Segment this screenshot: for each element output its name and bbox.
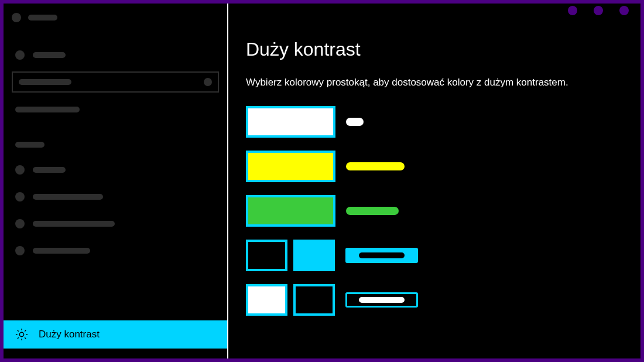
swatch-label [346, 162, 405, 170]
color-swatch-fg[interactable] [246, 284, 287, 316]
main-content: Duży kontrast Wybierz kolorowy prostokąt… [228, 4, 640, 358]
sidebar-item-label: Duży kontrast [39, 329, 100, 340]
sidebar-search-input[interactable] [12, 71, 219, 93]
sidebar-item-icon [15, 219, 25, 228]
window-control-icon[interactable] [568, 6, 577, 15]
color-swatch[interactable] [246, 195, 335, 227]
sidebar-item-label [33, 221, 115, 227]
swatch-preview-button [345, 248, 418, 263]
sidebar-header-label [28, 15, 57, 21]
page-subtitle: Wybierz kolorowy prostokąt, aby dostosow… [246, 77, 635, 88]
window-control-icon[interactable] [594, 6, 603, 15]
app-window: Duży kontrast Duży kontrast Wybierz kolo… [4, 4, 640, 358]
window-control-icon[interactable] [619, 6, 629, 15]
sidebar-home-label [33, 52, 66, 58]
sidebar-item[interactable] [4, 214, 227, 233]
swatch-preview-button [345, 292, 418, 308]
swatch-row-text [246, 106, 635, 138]
svg-line-3 [18, 330, 19, 332]
svg-line-7 [18, 337, 19, 339]
color-swatch-list [246, 106, 635, 316]
swatch-row-disabled [246, 195, 635, 227]
settings-sidebar: Duży kontrast [4, 4, 227, 358]
search-placeholder [19, 79, 71, 85]
sidebar-subsection-header [4, 134, 227, 151]
color-swatch[interactable] [246, 151, 335, 182]
sidebar-item-high-contrast[interactable]: Duży kontrast [4, 320, 227, 349]
window-controls [568, 6, 629, 15]
sidebar-item[interactable] [4, 187, 227, 206]
swatch-preview-text [359, 252, 405, 258]
swatch-row-button-text [246, 284, 635, 316]
sidebar-home-row[interactable] [4, 46, 227, 64]
swatch-preview-text [359, 297, 405, 303]
sidebar-header [4, 9, 227, 26]
menu-icon[interactable] [12, 13, 21, 22]
sidebar-item-icon [15, 192, 25, 202]
home-icon [15, 50, 25, 60]
brightness-icon [15, 328, 28, 341]
sidebar-item-icon [15, 165, 25, 175]
sidebar-item-label [33, 194, 103, 200]
sidebar-item-icon [15, 246, 25, 255]
sidebar-section-header [4, 98, 227, 116]
search-icon [204, 78, 212, 86]
svg-line-8 [25, 330, 26, 332]
sidebar-item[interactable] [4, 241, 227, 260]
swatch-label [346, 207, 399, 215]
color-swatch[interactable] [246, 106, 335, 138]
color-swatch-fg[interactable] [246, 240, 287, 271]
color-swatch-bg[interactable] [293, 284, 335, 316]
sidebar-item[interactable] [4, 160, 227, 179]
swatch-row-selected-text [246, 240, 635, 271]
svg-point-0 [19, 332, 23, 336]
swatch-row-hyperlink [246, 151, 635, 182]
color-swatch-bg[interactable] [293, 240, 335, 271]
svg-line-4 [25, 337, 26, 339]
sidebar-item-label [33, 167, 66, 173]
swatch-label [346, 118, 364, 126]
sidebar-item-label [33, 248, 90, 254]
page-title: Duży kontrast [246, 39, 635, 60]
